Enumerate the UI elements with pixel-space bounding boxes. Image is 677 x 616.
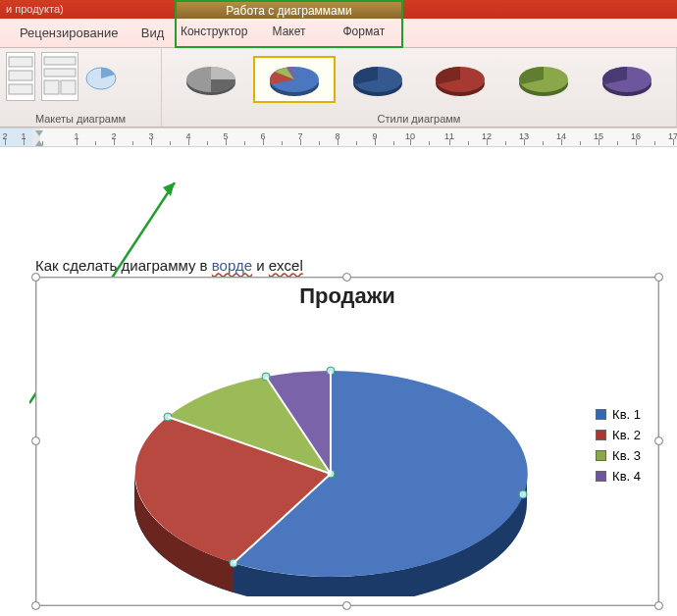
resize-handle-icon[interactable] xyxy=(342,601,351,610)
resize-handle-icon[interactable] xyxy=(654,601,663,610)
chart-style-2-selected[interactable] xyxy=(253,56,337,103)
legend-item[interactable]: Кв. 4 xyxy=(596,469,641,484)
ribbon-group-chart-layouts: Макеты диаграмм xyxy=(0,48,162,127)
svg-point-30 xyxy=(519,490,527,498)
caption-excel: excel xyxy=(269,257,303,274)
caption-p2: и xyxy=(252,257,269,274)
svg-rect-0 xyxy=(9,57,32,67)
legend-swatch-icon xyxy=(596,430,606,440)
svg-rect-4 xyxy=(44,69,76,77)
pie-chart[interactable] xyxy=(95,312,547,596)
chart-style-5[interactable] xyxy=(502,56,586,103)
chart-legend[interactable]: Кв. 1 Кв. 2 Кв. 3 Кв. 4 xyxy=(596,407,641,489)
chart-style-6[interactable] xyxy=(585,56,668,103)
resize-handle-icon[interactable] xyxy=(31,436,40,445)
svg-rect-5 xyxy=(44,80,59,94)
legend-swatch-icon xyxy=(596,409,606,420)
legend-label: Кв. 2 xyxy=(612,428,641,442)
tab-layout[interactable]: Макет xyxy=(251,18,326,46)
resize-handle-icon[interactable] xyxy=(654,273,663,282)
legend-item[interactable]: Кв. 2 xyxy=(596,428,641,442)
resize-handle-icon[interactable] xyxy=(31,273,40,282)
ribbon-group-label-styles: Стили диаграмм xyxy=(162,113,676,125)
chart-layout-thumb-1[interactable] xyxy=(6,52,35,101)
horizontal-ruler[interactable]: 211234567891011121314151617 xyxy=(0,128,677,147)
legend-label: Кв. 4 xyxy=(612,469,641,484)
tab-review[interactable]: Рецензирование xyxy=(10,19,128,48)
titlebar: и продукта) Работа с диаграммами xyxy=(0,0,677,19)
chart-object[interactable]: Продажи xyxy=(35,277,659,606)
legend-label: Кв. 3 xyxy=(612,448,641,463)
ribbon-group-label-layouts: Макеты диаграмм xyxy=(0,113,161,125)
chart-title[interactable]: Продажи xyxy=(36,283,658,309)
document-page[interactable]: Как сделать диаграмму в ворде и excel Пр… xyxy=(0,153,677,616)
caption-p1: Как сделать диаграмму в xyxy=(35,257,212,274)
titlebar-product-hint: и продукта) xyxy=(6,3,64,15)
resize-handle-icon[interactable] xyxy=(654,436,663,445)
legend-label: Кв. 1 xyxy=(612,407,641,422)
svg-rect-3 xyxy=(44,57,76,65)
legend-swatch-icon xyxy=(596,450,606,461)
resize-handle-icon[interactable] xyxy=(31,601,40,610)
legend-swatch-icon xyxy=(596,471,606,482)
chart-tools-tabs: Конструктор Макет Формат xyxy=(175,18,403,48)
svg-marker-24 xyxy=(163,182,175,196)
legend-item[interactable]: Кв. 1 xyxy=(596,407,641,422)
chart-layout-thumb-3[interactable] xyxy=(84,52,118,101)
chart-layout-thumb-2[interactable] xyxy=(41,52,78,101)
svg-rect-6 xyxy=(61,80,76,94)
caption-word: ворде xyxy=(212,257,252,274)
chart-tools-context-title: Работа с диаграммами xyxy=(175,0,403,19)
tab-format[interactable]: Формат xyxy=(327,18,401,46)
chart-style-3[interactable] xyxy=(336,56,419,103)
resize-handle-icon[interactable] xyxy=(342,273,351,282)
svg-rect-1 xyxy=(9,71,32,80)
chart-style-1[interactable] xyxy=(170,56,253,103)
tab-design[interactable]: Конструктор xyxy=(177,18,251,46)
ribbon-tabs: Рецензирование Вид Конструктор Макет Фор… xyxy=(0,19,677,48)
ribbon: Макеты диаграмм Стили диаграмм xyxy=(0,48,677,128)
caption-text: Как сделать диаграмму в ворде и excel xyxy=(35,257,303,274)
tab-view[interactable]: Вид xyxy=(131,19,175,48)
ribbon-group-chart-styles: Стили диаграмм xyxy=(162,48,677,127)
chart-style-4[interactable] xyxy=(419,56,502,103)
legend-item[interactable]: Кв. 3 xyxy=(596,448,641,463)
svg-rect-2 xyxy=(9,84,32,94)
